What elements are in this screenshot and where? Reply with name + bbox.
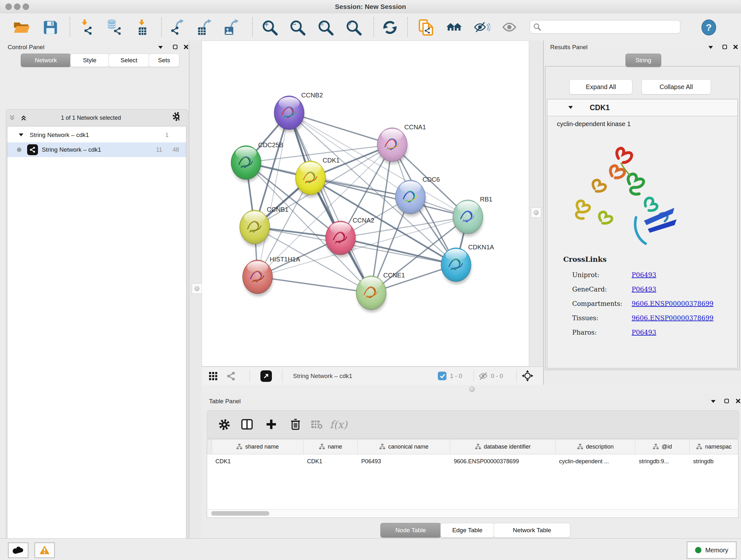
table-panel-float-icon[interactable] — [723, 397, 730, 405]
tab-select[interactable]: Select — [109, 54, 149, 67]
svg-text:CCNB2: CCNB2 — [301, 91, 323, 99]
search-input[interactable] — [543, 23, 677, 30]
control-panel-menu-icon[interactable] — [157, 44, 164, 51]
show-all-button[interactable] — [501, 19, 518, 36]
delete-table-icon-disabled — [310, 418, 324, 432]
column-header[interactable]: shared name — [212, 439, 304, 454]
first-neighbors-button[interactable] — [446, 19, 463, 36]
delete-column-trash-icon[interactable] — [289, 418, 303, 432]
grid-view-icon[interactable] — [208, 371, 218, 381]
toolbar-separator — [161, 17, 162, 37]
zoom-selected-button[interactable] — [345, 19, 362, 36]
horizontal-splitter[interactable] — [202, 385, 741, 393]
collapse-all-button[interactable]: Collapse All — [642, 79, 711, 95]
tab-network-table[interactable]: Network Table — [494, 523, 570, 538]
expand-all-button[interactable]: Expand All — [569, 79, 632, 95]
save-session-button[interactable] — [42, 19, 59, 36]
results-panel-close-icon[interactable] — [732, 44, 739, 51]
table-horizontal-scrollbar[interactable] — [207, 509, 738, 517]
network-label: String Network – cdk1 — [42, 146, 101, 153]
column-header[interactable]: namespac — [690, 439, 738, 454]
window-close-button[interactable] — [5, 3, 12, 10]
crosslink-row: Compartments: 9606.ENSP00000378699 — [572, 300, 714, 307]
table-panel-menu-icon[interactable] — [710, 398, 717, 405]
refresh-view-button[interactable] — [381, 19, 399, 36]
import-table-button[interactable] — [134, 19, 151, 36]
network-row[interactable]: String Network – cdk1 11 48 — [7, 142, 186, 157]
network-overview-icon[interactable] — [226, 371, 236, 381]
collapse-all-networks-icon[interactable] — [9, 114, 16, 121]
memory-status-dot — [695, 547, 701, 553]
show-columns-icon[interactable] — [240, 418, 254, 432]
column-header[interactable]: name — [304, 439, 358, 454]
tab-sets[interactable]: Sets — [149, 54, 179, 67]
window-zoom-button[interactable] — [23, 3, 29, 10]
detach-view-icon[interactable] — [260, 370, 272, 382]
hide-selected-button[interactable] — [473, 19, 490, 36]
tab-edge-table[interactable]: Edge Table — [441, 523, 494, 538]
cloud-status-button[interactable] — [8, 543, 28, 558]
table-options-gear-icon[interactable] — [217, 418, 231, 432]
tab-string[interactable]: String — [625, 54, 661, 67]
network-options-gear-icon[interactable] — [172, 113, 179, 120]
clone-network-button[interactable] — [418, 19, 435, 36]
warnings-button[interactable] — [35, 543, 55, 558]
network-selection-status: 1 of 1 Network selected — [0, 115, 182, 121]
zoom-out-button[interactable] — [289, 19, 306, 36]
crosslink-value[interactable]: P06493 — [631, 271, 656, 279]
crosslink-value[interactable]: 9606.ENSP00000378699 — [631, 300, 713, 307]
network-canvas[interactable]: CCNB2CCNA1CDC25BCDK1CDC6RB1CCNB1CCNA2CDK… — [202, 41, 529, 367]
toolbar-search[interactable] — [530, 20, 680, 34]
cell-canonical-name: P06493 — [357, 454, 450, 469]
svg-text:CCNE1: CCNE1 — [383, 272, 405, 279]
tab-network[interactable]: Network — [21, 54, 71, 67]
scrollbar-thumb[interactable] — [211, 511, 269, 516]
column-header[interactable]: canonical name — [358, 439, 450, 454]
help-button[interactable]: ? — [700, 19, 718, 36]
window-minimize-button[interactable] — [14, 3, 20, 10]
crosslink-value[interactable]: P06493 — [631, 328, 656, 336]
collection-expand-icon[interactable] — [19, 133, 23, 137]
export-image-button[interactable] — [224, 19, 241, 36]
memory-button[interactable]: Memory — [687, 542, 737, 559]
column-header[interactable]: @id — [635, 439, 690, 454]
toolbar-separator — [70, 17, 70, 37]
results-panel-menu-icon[interactable] — [707, 44, 714, 51]
results-panel-title: Results Panel — [550, 44, 588, 51]
open-session-button[interactable] — [13, 19, 30, 36]
network-collection-row[interactable]: String Network – cdk1 1 — [7, 128, 186, 142]
node-collapse-icon[interactable] — [568, 106, 573, 110]
left-splitter[interactable] — [189, 41, 202, 538]
expand-all-networks-icon[interactable] — [20, 114, 27, 121]
toolbar-separator — [252, 17, 253, 37]
right-splitter-handle[interactable] — [531, 207, 541, 218]
right-splitter[interactable] — [529, 41, 543, 367]
table-panel-close-icon[interactable] — [735, 397, 741, 405]
column-header[interactable]: description — [556, 439, 635, 454]
results-panel-float-icon[interactable] — [721, 44, 728, 51]
column-header[interactable]: database identifier — [450, 439, 556, 454]
import-network-from-database-button[interactable] — [105, 19, 123, 36]
horizontal-splitter-handle[interactable] — [469, 386, 475, 392]
svg-text:RB1: RB1 — [480, 196, 492, 203]
crosslink-label: GeneCard: — [572, 286, 630, 293]
add-column-icon[interactable] — [265, 418, 279, 432]
tab-node-table[interactable]: Node Table — [381, 523, 441, 538]
node-result-header[interactable]: CDK1 — [547, 99, 738, 116]
network-graph[interactable]: CCNB2CCNA1CDC25BCDK1CDC6RB1CCNB1CCNA2CDK… — [202, 41, 529, 366]
left-splitter-handle[interactable] — [192, 284, 202, 294]
control-panel-float-icon[interactable] — [172, 44, 179, 51]
import-network-button[interactable] — [78, 19, 95, 36]
export-table-button[interactable] — [197, 19, 214, 36]
crosslink-value[interactable]: 9606.ENSP00000378699 — [631, 314, 713, 322]
svg-text:CCNA2: CCNA2 — [353, 217, 374, 224]
center-view-crosshair-icon[interactable] — [522, 370, 534, 382]
table-row[interactable]: CDK1 CDK1 P06493 9606.ENSP00000378699 cy… — [207, 454, 738, 469]
selected-checkbox-icon[interactable] — [438, 372, 447, 380]
control-panel-close-icon[interactable] — [183, 44, 190, 51]
export-network-button[interactable] — [170, 19, 187, 36]
tab-style[interactable]: Style — [70, 54, 109, 67]
crosslink-value[interactable]: P06493 — [631, 286, 656, 293]
zoom-fit-button[interactable] — [317, 19, 334, 36]
zoom-in-button[interactable] — [261, 19, 278, 36]
